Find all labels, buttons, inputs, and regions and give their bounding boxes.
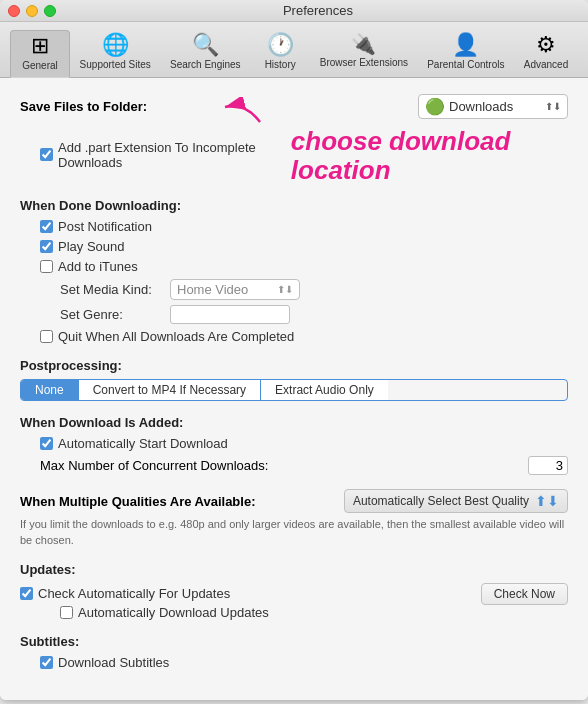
toolbar-item-advanced[interactable]: ⚙ Advanced [514, 30, 578, 77]
set-media-kind-row: Set Media Kind: Home Video ⬆⬇ [20, 279, 568, 300]
download-subtitles-label[interactable]: Download Subtitles [40, 655, 169, 670]
toolbar-label-parental-controls: Parental Controls [427, 59, 504, 70]
auto-start-row: Automatically Start Download [20, 436, 568, 451]
toolbar-item-search-engines[interactable]: 🔍 Search Engines [160, 30, 250, 77]
annotation-arrow [215, 97, 265, 127]
toolbar-label-search-engines: Search Engines [170, 59, 241, 70]
post-notification-row: Post Notification [20, 219, 568, 234]
preferences-window: Preferences ⊞ General 🌐 Supported Sites … [0, 0, 588, 700]
download-subtitles-row: Download Subtitles [20, 655, 568, 670]
when-done-section: When Done Downloading: Post Notification… [20, 198, 568, 344]
download-subtitles-checkbox[interactable] [40, 656, 53, 669]
annotation-text: choose download location [291, 127, 568, 184]
auto-start-label[interactable]: Automatically Start Download [40, 436, 228, 451]
quit-when-checkbox[interactable] [40, 330, 53, 343]
postprocessing-none-button[interactable]: None [21, 380, 79, 400]
subtitles-section: Subtitles: Download Subtitles [20, 634, 568, 670]
folder-dropdown[interactable]: 🟢 Downloads ⬆⬇ [418, 94, 568, 119]
quality-info-text: If you limit the downloads to e.g. 480p … [20, 517, 568, 548]
media-kind-value: Home Video [177, 282, 248, 297]
titlebar: Preferences [0, 0, 588, 22]
toolbar-item-browser-extensions[interactable]: 🔌 Browser Extensions [310, 30, 417, 77]
genre-input[interactable] [170, 305, 290, 324]
toolbar-item-general[interactable]: ⊞ General [10, 30, 70, 78]
toolbar-label-supported-sites: Supported Sites [80, 59, 151, 70]
play-sound-checkbox[interactable] [40, 240, 53, 253]
updates-section: Updates: Check Automatically For Updates… [20, 562, 568, 620]
dropdown-arrow-icon: ⬆⬇ [545, 101, 561, 112]
when-done-title: When Done Downloading: [20, 198, 568, 213]
add-to-itunes-checkbox[interactable] [40, 260, 53, 273]
window-title: Preferences [56, 3, 580, 18]
check-auto-checkbox[interactable] [20, 587, 33, 600]
save-folder-row: Save Files to Folder: [20, 94, 568, 119]
subtitles-title: Subtitles: [20, 634, 568, 649]
toolbar-label-general: General [22, 60, 58, 71]
post-notification-label[interactable]: Post Notification [40, 219, 152, 234]
quit-when-label[interactable]: Quit When All Downloads Are Completed [40, 329, 294, 344]
check-auto-row: Check Automatically For Updates Check No… [20, 583, 568, 605]
add-part-row: Add .part Extension To Incomplete Downlo… [20, 140, 281, 170]
parental-controls-icon: 👤 [452, 34, 479, 56]
postprocessing-convert-button[interactable]: Convert to MP4 If Necessary [79, 380, 261, 400]
save-folder-section: Save Files to Folder: [20, 94, 568, 184]
quality-dropdown[interactable]: Automatically Select Best Quality ⬆⬇ [344, 489, 568, 513]
supported-sites-icon: 🌐 [102, 34, 129, 56]
folder-name: Downloads [449, 99, 541, 114]
max-concurrent-label: Max Number of Concurrent Downloads: [40, 458, 268, 473]
set-media-kind-label: Set Media Kind: [60, 282, 170, 297]
toolbar-item-parental-controls[interactable]: 👤 Parental Controls [418, 30, 514, 77]
close-button[interactable] [8, 5, 20, 17]
add-to-itunes-row: Add to iTunes [20, 259, 568, 274]
play-sound-label[interactable]: Play Sound [40, 239, 125, 254]
history-icon: 🕐 [267, 34, 294, 56]
advanced-icon: ⚙ [536, 34, 556, 56]
postprocessing-section: Postprocessing: None Convert to MP4 If N… [20, 358, 568, 401]
play-sound-row: Play Sound [20, 239, 568, 254]
when-multiple-label: When Multiple Qualities Are Available: [20, 494, 256, 509]
minimize-button[interactable] [26, 5, 38, 17]
toolbar-label-advanced: Advanced [524, 59, 568, 70]
quality-value: Automatically Select Best Quality [353, 494, 529, 508]
toolbar: ⊞ General 🌐 Supported Sites 🔍 Search Eng… [0, 22, 588, 78]
save-folder-label: Save Files to Folder: [20, 99, 147, 114]
when-download-added-section: When Download Is Added: Automatically St… [20, 415, 568, 475]
toolbar-label-history: History [265, 59, 296, 70]
auto-download-updates-label[interactable]: Automatically Download Updates [60, 605, 269, 620]
annotation-row: Add .part Extension To Incomplete Downlo… [20, 127, 568, 184]
postprocessing-title: Postprocessing: [20, 358, 568, 373]
add-part-checkbox[interactable] [40, 148, 53, 161]
updates-title: Updates: [20, 562, 568, 577]
toolbar-label-browser-extensions: Browser Extensions [320, 57, 408, 68]
when-download-added-title: When Download Is Added: [20, 415, 568, 430]
general-icon: ⊞ [31, 35, 49, 57]
auto-download-updates-row: Automatically Download Updates [20, 605, 568, 620]
postprocessing-extract-button[interactable]: Extract Audio Only [261, 380, 388, 400]
browser-extensions-icon: 🔌 [351, 34, 376, 54]
media-kind-arrow-icon: ⬆⬇ [277, 284, 293, 295]
postprocessing-segment: None Convert to MP4 If Necessary Extract… [20, 379, 568, 401]
traffic-lights [8, 5, 56, 17]
quality-arrow-icon: ⬆⬇ [535, 493, 559, 509]
max-concurrent-row: Max Number of Concurrent Downloads: [20, 456, 568, 475]
add-to-itunes-label[interactable]: Add to iTunes [40, 259, 138, 274]
search-engines-icon: 🔍 [192, 34, 219, 56]
when-multiple-row: When Multiple Qualities Are Available: A… [20, 489, 568, 513]
check-now-button[interactable]: Check Now [481, 583, 568, 605]
toolbar-item-history[interactable]: 🕐 History [250, 30, 310, 77]
toolbar-item-supported-sites[interactable]: 🌐 Supported Sites [70, 30, 160, 77]
quit-when-row: Quit When All Downloads Are Completed [20, 329, 568, 344]
post-notification-checkbox[interactable] [40, 220, 53, 233]
add-part-label[interactable]: Add .part Extension To Incomplete Downlo… [40, 140, 281, 170]
folder-icon: 🟢 [425, 97, 445, 116]
preferences-content: Save Files to Folder: [0, 78, 588, 700]
set-genre-label: Set Genre: [60, 307, 170, 322]
set-genre-row: Set Genre: [20, 305, 568, 324]
auto-start-checkbox[interactable] [40, 437, 53, 450]
auto-download-updates-checkbox[interactable] [60, 606, 73, 619]
check-auto-label[interactable]: Check Automatically For Updates [20, 586, 230, 601]
maximize-button[interactable] [44, 5, 56, 17]
when-multiple-qualities-section: When Multiple Qualities Are Available: A… [20, 489, 568, 548]
media-kind-dropdown[interactable]: Home Video ⬆⬇ [170, 279, 300, 300]
max-concurrent-input[interactable] [528, 456, 568, 475]
